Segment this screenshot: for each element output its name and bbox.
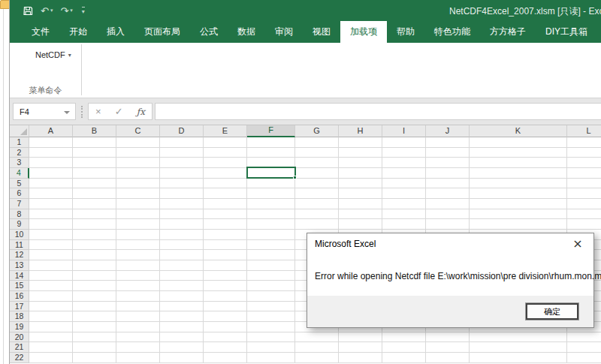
- grid-cell-G3[interactable]: [295, 158, 339, 168]
- grid-cell-D9[interactable]: [160, 219, 204, 230]
- grid-cell-C18[interactable]: [116, 311, 160, 322]
- row-header-17[interactable]: 17: [10, 302, 29, 312]
- grid-cell-E5[interactable]: [204, 179, 247, 189]
- undo-icon[interactable]: ↶▾: [41, 5, 53, 17]
- grid-cell-K5[interactable]: [470, 179, 567, 189]
- ribbon-tab-页面布局[interactable]: 页面布局: [134, 21, 190, 43]
- row-header-15[interactable]: 15: [10, 281, 29, 291]
- grid-cell-E19[interactable]: [204, 322, 247, 332]
- grid-cell-A21[interactable]: [29, 342, 73, 353]
- grid-cell-G22[interactable]: [295, 353, 339, 363]
- grid-cell-I4[interactable]: [382, 168, 426, 179]
- grid-cell-C16[interactable]: [116, 291, 160, 302]
- grid-cell-L9[interactable]: [567, 219, 601, 230]
- grid-cell-J2[interactable]: [426, 148, 470, 158]
- grid-cell-H8[interactable]: [339, 209, 382, 220]
- ribbon-tab-加载项[interactable]: 加载项: [340, 21, 387, 43]
- ribbon-tab-开始[interactable]: 开始: [59, 21, 97, 43]
- grid-cell-H20[interactable]: [339, 332, 382, 343]
- grid-cell-G5[interactable]: [295, 179, 339, 189]
- grid-cell-K20[interactable]: [470, 332, 567, 343]
- ribbon-tab-DIY工具箱[interactable]: DIY工具箱: [536, 21, 597, 43]
- grid-cell-D2[interactable]: [160, 148, 204, 158]
- grid-cell-D10[interactable]: [160, 230, 204, 240]
- grid-cell-K4[interactable]: [470, 168, 567, 179]
- insert-function-icon[interactable]: ƒx: [137, 107, 145, 117]
- grid-cell-D21[interactable]: [160, 342, 204, 353]
- row-header-11[interactable]: 11: [10, 240, 29, 251]
- grid-cell-E12[interactable]: [204, 250, 247, 260]
- grid-cell-A1[interactable]: [29, 137, 73, 148]
- grid-cell-D1[interactable]: [160, 137, 204, 148]
- ribbon-tab-方方格子[interactable]: 方方格子: [480, 21, 536, 43]
- grid-cell-A17[interactable]: [29, 302, 73, 312]
- grid-cell-A14[interactable]: [29, 271, 73, 281]
- grid-cell-C13[interactable]: [116, 260, 160, 271]
- grid-cell-K22[interactable]: [470, 353, 567, 363]
- column-header-L[interactable]: L: [567, 125, 601, 137]
- grid-cell-L7[interactable]: [567, 199, 601, 209]
- column-header-H[interactable]: H: [339, 125, 382, 137]
- grid-cell-A5[interactable]: [29, 179, 73, 189]
- grid-cell-I20[interactable]: [382, 332, 426, 343]
- grid-cell-H2[interactable]: [339, 148, 382, 158]
- grid-cell-E20[interactable]: [204, 332, 247, 343]
- grid-cell-C7[interactable]: [116, 199, 160, 209]
- grid-cell-B7[interactable]: [73, 199, 116, 209]
- grid-cell-B19[interactable]: [73, 322, 116, 332]
- grid-cell-C11[interactable]: [116, 240, 160, 251]
- grid-cell-J6[interactable]: [426, 188, 470, 199]
- grid-cell-C6[interactable]: [116, 188, 160, 199]
- column-header-E[interactable]: E: [204, 125, 247, 137]
- grid-cell-B5[interactable]: [73, 179, 116, 189]
- grid-cell-J20[interactable]: [426, 332, 470, 343]
- grid-cell-C22[interactable]: [116, 353, 160, 363]
- grid-cell-G9[interactable]: [295, 219, 339, 230]
- column-header-J[interactable]: J: [426, 125, 470, 137]
- grid-cell-F20[interactable]: [247, 332, 295, 343]
- grid-cell-E3[interactable]: [204, 158, 247, 168]
- grid-cell-J7[interactable]: [426, 199, 470, 209]
- column-header-G[interactable]: G: [295, 125, 339, 137]
- grid-cell-C12[interactable]: [116, 250, 160, 260]
- grid-cell-A4[interactable]: [29, 168, 73, 179]
- fill-handle[interactable]: [293, 176, 297, 179]
- grid-cell-E8[interactable]: [204, 209, 247, 220]
- grid-cell-C19[interactable]: [116, 322, 160, 332]
- grid-cell-B14[interactable]: [73, 271, 116, 281]
- grid-cell-L4[interactable]: [567, 168, 601, 179]
- grid-cell-K7[interactable]: [470, 199, 567, 209]
- grid-cell-J4[interactable]: [426, 168, 470, 179]
- grid-cell-A10[interactable]: [29, 230, 73, 240]
- grid-cell-J21[interactable]: [426, 342, 470, 353]
- grid-cell-D20[interactable]: [160, 332, 204, 343]
- grid-cell-C1[interactable]: [116, 137, 160, 148]
- grid-cell-F6[interactable]: [247, 188, 295, 199]
- grid-cell-A2[interactable]: [29, 148, 73, 158]
- grid-cell-H4[interactable]: [339, 168, 382, 179]
- grid-cell-B8[interactable]: [73, 209, 116, 220]
- redo-icon[interactable]: ↷▾: [60, 5, 72, 17]
- grid-cell-E10[interactable]: [204, 230, 247, 240]
- grid-cell-L22[interactable]: [567, 353, 601, 363]
- grid-cell-I8[interactable]: [382, 209, 426, 220]
- grid-cell-B21[interactable]: [73, 342, 116, 353]
- row-header-22[interactable]: 22: [10, 353, 29, 363]
- grid-cell-A20[interactable]: [29, 332, 73, 343]
- formula-input[interactable]: [155, 103, 601, 120]
- column-header-K[interactable]: K: [470, 125, 567, 137]
- ok-button[interactable]: 确定: [525, 302, 579, 320]
- grid-cell-F17[interactable]: [247, 302, 295, 312]
- grid-cell-B12[interactable]: [73, 250, 116, 260]
- grid-cell-B4[interactable]: [73, 168, 116, 179]
- grid-cell-F8[interactable]: [247, 209, 295, 220]
- grid-cell-E1[interactable]: [204, 137, 247, 148]
- cancel-icon[interactable]: ×: [95, 107, 101, 116]
- grid-cell-J22[interactable]: [426, 353, 470, 363]
- grid-cell-D19[interactable]: [160, 322, 204, 332]
- column-header-A[interactable]: A: [29, 125, 73, 137]
- row-header-10[interactable]: 10: [10, 230, 29, 240]
- grid-cell-H5[interactable]: [339, 179, 382, 189]
- grid-cell-L2[interactable]: [567, 148, 601, 158]
- grid-cell-F12[interactable]: [247, 250, 295, 260]
